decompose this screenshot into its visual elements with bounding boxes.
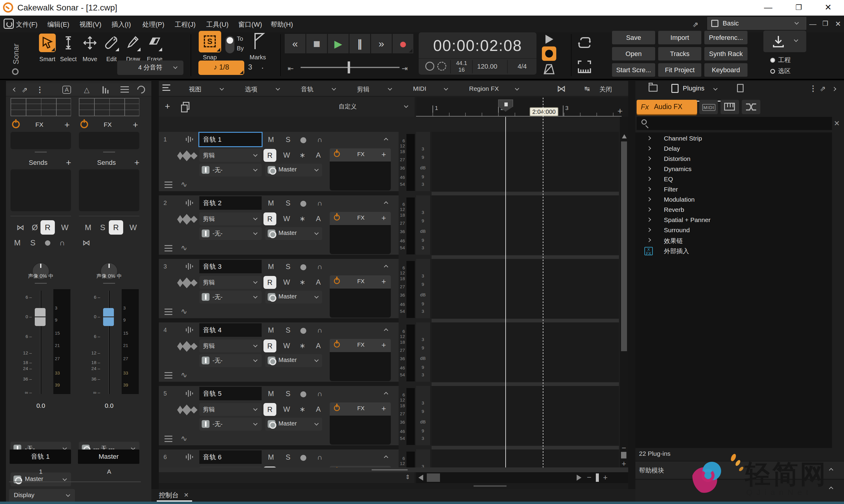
console-tab[interactable]: 控制台 bbox=[159, 491, 179, 500]
midi-fx-tab[interactable]: MIDI bbox=[699, 100, 718, 114]
audio-fx-tab[interactable]: Fx Audio FX bbox=[636, 100, 697, 114]
strip-button-S[interactable]: S bbox=[100, 223, 105, 232]
track-read-button[interactable]: R bbox=[264, 403, 276, 416]
tool-select-button[interactable] bbox=[60, 34, 77, 52]
undock-icon[interactable]: ⇗ bbox=[692, 20, 698, 29]
transport-rewind-button[interactable]: « bbox=[285, 34, 306, 53]
track-fx-bar[interactable]: FX+ bbox=[330, 275, 391, 289]
track-name[interactable]: 音轨 2 bbox=[199, 196, 262, 210]
zoom-slider-icon[interactable] bbox=[596, 473, 599, 482]
track-fx-bin[interactable] bbox=[330, 416, 391, 445]
transport-record-button[interactable]: ● bbox=[393, 34, 414, 53]
zoom-fit-icon[interactable] bbox=[621, 452, 626, 458]
snap-extra-value[interactable]: 3 bbox=[248, 63, 252, 71]
snap-dot[interactable]: . bbox=[262, 61, 264, 71]
doc-restore-button[interactable]: ❐ bbox=[822, 20, 828, 28]
go-end-icon[interactable]: ⇥ bbox=[401, 65, 408, 73]
transport-forward-button[interactable]: » bbox=[371, 34, 392, 53]
track-list-icon[interactable] bbox=[164, 182, 172, 188]
export-scope-1[interactable]: 工程 bbox=[770, 56, 791, 64]
track-fx-bar[interactable]: FX+ bbox=[330, 148, 391, 162]
snap-enable-button[interactable]: S bbox=[199, 31, 221, 52]
toolbar-start-scre----button[interactable]: Start Scre... bbox=[612, 63, 655, 77]
browser-tab-chevron[interactable] bbox=[713, 86, 718, 90]
sample-rate-value[interactable]: 44.116 bbox=[454, 60, 469, 73]
track-automation-button[interactable]: A bbox=[316, 151, 321, 159]
strip-button2-∩[interactable]: ∩ bbox=[59, 238, 65, 248]
tv-menu-6[interactable]: Region FX bbox=[469, 85, 499, 92]
fx-add-icon[interactable]: + bbox=[133, 121, 138, 129]
meter-value[interactable]: 4/4 bbox=[518, 62, 527, 70]
track-automation-icon[interactable]: ∿ bbox=[181, 371, 187, 380]
track-monitor-button[interactable]: ∩ bbox=[316, 199, 324, 208]
export-button[interactable] bbox=[764, 31, 806, 52]
fx-add-icon[interactable]: + bbox=[381, 404, 386, 413]
track-list-icon[interactable] bbox=[164, 372, 172, 378]
plugin-category-eq[interactable]: EQ bbox=[635, 175, 832, 185]
draw-duration-select[interactable]: 4 分音符 bbox=[117, 60, 183, 75]
vertical-scrollbar[interactable]: − + bbox=[620, 117, 628, 467]
horizontal-scrollbar[interactable]: − + bbox=[416, 472, 628, 483]
audio-scale[interactable]: 39dB93 bbox=[416, 322, 431, 382]
tv-menu-chevron[interactable] bbox=[444, 86, 448, 90]
track-solo-button[interactable]: S bbox=[284, 263, 292, 271]
fx-bin[interactable] bbox=[11, 132, 71, 149]
track-clip-select[interactable]: 剪辑 bbox=[199, 403, 262, 416]
volume-value[interactable]: 0.0 bbox=[29, 402, 53, 409]
fx-add-icon[interactable]: + bbox=[381, 340, 386, 350]
tool-move-button[interactable] bbox=[82, 34, 98, 52]
toolbar-fit-project-button[interactable]: Fit Project bbox=[658, 63, 701, 77]
track-solo-button[interactable]: S bbox=[284, 453, 292, 462]
track-solo-button[interactable]: S bbox=[284, 136, 292, 144]
toolbar-import-button[interactable]: Import bbox=[658, 31, 701, 44]
strip-button2-⋈[interactable]: ⋈ bbox=[83, 238, 90, 248]
track-arm-button[interactable] bbox=[300, 391, 306, 397]
toolbar-preferenc----button[interactable]: Preferenc... bbox=[704, 31, 748, 44]
track-monitor-button[interactable]: ∩ bbox=[316, 263, 324, 271]
scroll-up-icon[interactable] bbox=[622, 134, 627, 139]
track-write-button[interactable]: W bbox=[283, 405, 290, 414]
track-input-select[interactable]: -无- bbox=[199, 354, 262, 367]
track-automation-button[interactable]: A bbox=[316, 215, 321, 223]
menu-1[interactable]: 文件(F) bbox=[16, 20, 37, 29]
track-sync-button[interactable]: ∗ bbox=[300, 215, 305, 223]
doc-minimize-button[interactable]: — bbox=[809, 20, 816, 28]
audio-engine-icon[interactable] bbox=[425, 62, 434, 71]
fx-power-icon[interactable] bbox=[334, 342, 340, 347]
fx-bin[interactable] bbox=[79, 132, 139, 149]
track-sync-button[interactable]: ∗ bbox=[300, 278, 305, 286]
track-levels-icon[interactable] bbox=[186, 136, 193, 143]
fx-power-icon[interactable] bbox=[334, 151, 340, 157]
track-output-select[interactable]: Master bbox=[265, 418, 322, 431]
plugin-category-reverb[interactable]: Reverb bbox=[635, 205, 832, 216]
eq-bars-icon[interactable] bbox=[103, 86, 108, 95]
strip-button-⋈[interactable]: ⋈ bbox=[17, 223, 24, 232]
fx-add-icon[interactable]: + bbox=[381, 150, 386, 159]
zoom-in-h-icon[interactable]: + bbox=[603, 473, 608, 482]
scroll-right-icon[interactable] bbox=[577, 475, 581, 481]
track-name[interactable]: 音轨 3 bbox=[199, 260, 262, 273]
ruler-add-icon[interactable]: + bbox=[617, 106, 623, 116]
plugin-category-spatial---panner[interactable]: Spatial + Panner bbox=[635, 216, 832, 226]
track-solo-button[interactable]: S bbox=[284, 199, 292, 208]
track-arm-button[interactable] bbox=[300, 328, 306, 334]
instruments-tab[interactable] bbox=[720, 100, 739, 114]
track-monitor-button[interactable]: ∩ bbox=[316, 326, 324, 335]
menu-3[interactable]: 视图(V) bbox=[79, 20, 101, 29]
timeline-ruler[interactable]: 1232:04:000+ bbox=[416, 97, 628, 117]
search-clear-icon[interactable]: ✕ bbox=[834, 119, 840, 128]
track-write-button[interactable]: W bbox=[283, 278, 290, 286]
plugin-search-input[interactable] bbox=[636, 117, 832, 130]
fit-icon[interactable]: ↹ bbox=[585, 85, 590, 92]
fx-power-icon[interactable] bbox=[334, 405, 340, 411]
track-automation-button[interactable]: A bbox=[316, 278, 321, 286]
window-close-button[interactable]: ✕ bbox=[824, 3, 832, 12]
volume-fader-handle[interactable] bbox=[35, 308, 46, 326]
strip-button-W[interactable]: W bbox=[129, 223, 137, 232]
expand-collapse-icon[interactable]: ⇕ bbox=[405, 473, 410, 481]
zoom-out-v-icon[interactable]: − bbox=[622, 444, 626, 453]
add-track-icon[interactable]: + bbox=[165, 102, 170, 111]
tv-menu-chevron[interactable] bbox=[388, 86, 392, 90]
menu-9[interactable]: 帮助(H) bbox=[271, 20, 293, 29]
track-view-menu-icon[interactable] bbox=[162, 85, 170, 91]
